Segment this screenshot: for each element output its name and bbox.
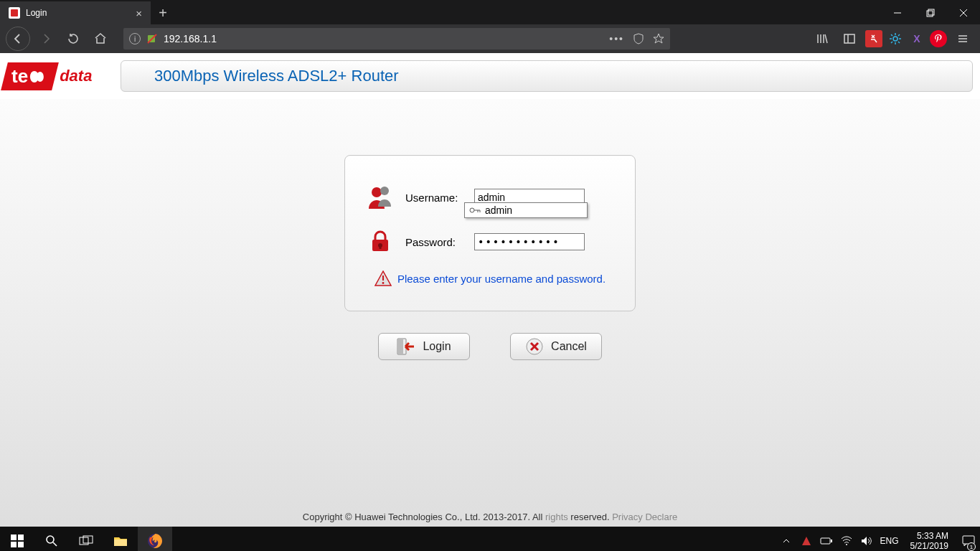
svg-point-28: [380, 187, 389, 195]
password-row: Password:: [367, 229, 613, 255]
browser-tab[interactable]: Login ×: [0, 1, 151, 24]
start-button[interactable]: [0, 527, 34, 551]
hint-row: Please enter your username and password.: [367, 270, 613, 286]
home-button[interactable]: [89, 27, 112, 50]
svg-rect-35: [380, 245, 382, 249]
window-maximize-button[interactable]: [914, 1, 947, 24]
svg-point-13: [893, 37, 897, 41]
bookmark-star-icon[interactable]: [653, 33, 664, 44]
close-tab-icon[interactable]: ×: [136, 7, 142, 19]
password-label: Password:: [405, 236, 464, 248]
logo-suffix: data: [60, 67, 92, 85]
product-title-bar: 300Mbps Wireless ADSL2+ Router: [121, 60, 973, 92]
notification-badge: 1: [967, 542, 976, 551]
copyright-c: reserved.: [568, 512, 612, 522]
volume-icon[interactable]: [860, 534, 873, 547]
new-tab-button[interactable]: +: [151, 1, 175, 24]
copyright-b: rights: [545, 512, 568, 522]
cancel-button[interactable]: Cancel: [510, 333, 602, 360]
firefox-taskbar-button[interactable]: [138, 527, 172, 551]
taskbar: ENG 5:33 AM 5/21/2019 1: [0, 527, 980, 551]
svg-line-21: [898, 34, 900, 36]
svg-rect-51: [821, 538, 830, 544]
password-input[interactable]: [474, 233, 585, 250]
extension-gear-icon[interactable]: [887, 30, 904, 47]
svg-rect-52: [831, 540, 832, 542]
username-label: Username:: [405, 192, 464, 204]
file-explorer-button[interactable]: [103, 527, 138, 551]
user-icon: [367, 184, 395, 210]
action-center-button[interactable]: 1: [960, 527, 977, 551]
svg-rect-1: [927, 11, 933, 17]
extension-red-icon[interactable]: [865, 30, 882, 47]
page-actions-icon[interactable]: •••: [609, 33, 624, 44]
tab-favicon: [9, 7, 20, 19]
svg-rect-49: [114, 540, 127, 546]
site-info-icon[interactable]: i: [129, 33, 141, 44]
library-button[interactable]: [811, 27, 834, 50]
svg-rect-11: [844, 34, 854, 43]
blocked-plugin-icon[interactable]: [146, 33, 158, 44]
autocomplete-option[interactable]: admin: [465, 203, 587, 217]
lock-icon: [367, 229, 395, 255]
app-menu-button[interactable]: [951, 27, 974, 50]
svg-line-19: [898, 42, 900, 43]
key-icon: [469, 205, 481, 215]
tab-title: Login: [26, 8, 47, 18]
brand-logo: te data: [0, 53, 115, 99]
svg-rect-44: [18, 542, 24, 547]
tracking-protection-icon[interactable]: [633, 33, 644, 44]
svg-rect-42: [18, 534, 24, 540]
back-button[interactable]: [6, 27, 30, 51]
clock-date: 5/21/2019: [910, 541, 948, 551]
svg-point-37: [382, 282, 385, 284]
svg-line-20: [891, 42, 892, 43]
product-title: 300Mbps Wireless ADSL2+ Router: [154, 67, 399, 85]
window-minimize-button[interactable]: [881, 1, 914, 24]
page-footer: Copyright © Huawei Technologies Co., Ltd…: [0, 512, 980, 522]
svg-rect-43: [11, 542, 17, 547]
svg-point-27: [372, 187, 382, 197]
svg-point-29: [470, 208, 474, 212]
address-bar[interactable]: i 192.168.1.1 •••: [123, 28, 670, 50]
svg-rect-39: [398, 339, 403, 354]
hint-text: Please enter your username and password.: [397, 273, 606, 285]
login-icon: [397, 337, 415, 356]
svg-rect-2: [928, 9, 934, 15]
tray-chevron-icon[interactable]: [780, 534, 793, 547]
window-close-button[interactable]: [947, 1, 980, 24]
login-button[interactable]: Login: [378, 333, 470, 360]
clock-time: 5:33 AM: [910, 531, 948, 541]
svg-line-46: [53, 542, 57, 546]
username-autocomplete[interactable]: admin: [464, 202, 588, 218]
copyright-a: Copyright © Huawei Technologies Co., Ltd…: [303, 512, 545, 522]
url-text: 192.168.1.1: [164, 33, 217, 44]
login-card: Username: admin Password: Please enter y…: [344, 155, 636, 311]
svg-point-26: [37, 71, 44, 81]
privacy-link[interactable]: Privacy Declare: [612, 512, 677, 522]
extension-x-icon[interactable]: X: [908, 30, 925, 47]
svg-point-45: [47, 536, 54, 543]
tray-app-icon[interactable]: [800, 534, 813, 547]
extension-pinterest-icon[interactable]: [930, 30, 947, 47]
taskbar-clock[interactable]: 5:33 AM 5/21/2019: [906, 531, 953, 551]
search-button[interactable]: [34, 527, 69, 551]
task-view-button[interactable]: [69, 527, 103, 551]
sidebar-button[interactable]: [838, 27, 861, 50]
svg-line-10: [825, 34, 827, 43]
logo-prefix: te: [11, 65, 28, 88]
username-row: Username: admin: [367, 184, 613, 210]
button-row: Login Cancel: [0, 333, 980, 360]
page-header: te data 300Mbps Wireless ADSL2+ Router: [0, 53, 980, 99]
language-indicator[interactable]: ENG: [880, 536, 899, 546]
browser-toolbar: i 192.168.1.1 •••: [0, 24, 980, 53]
cancel-icon: [525, 337, 544, 356]
wifi-icon[interactable]: [840, 534, 853, 547]
battery-icon[interactable]: [820, 534, 833, 547]
browser-tab-strip: Login × +: [0, 0, 980, 24]
forward-button[interactable]: [34, 27, 57, 50]
reload-button[interactable]: [62, 27, 85, 50]
autocomplete-option-label: admin: [485, 204, 512, 216]
cancel-button-label: Cancel: [551, 340, 587, 353]
login-button-label: Login: [423, 340, 451, 353]
